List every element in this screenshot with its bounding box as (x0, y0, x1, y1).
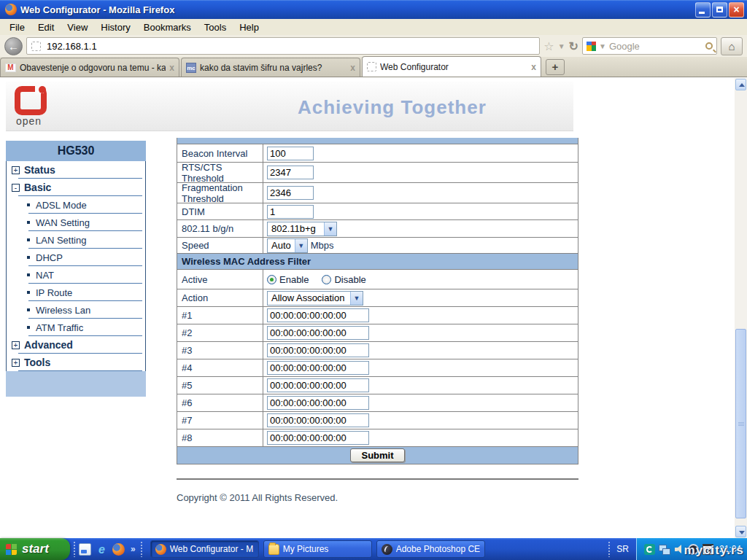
quick-launch-overflow-chevron[interactable]: » (131, 544, 136, 554)
tab-close-icon[interactable]: x (350, 63, 355, 73)
show-desktop-icon[interactable] (79, 543, 91, 556)
expand-icon[interactable]: + (12, 166, 20, 174)
wireless-mode-select[interactable]: 802.11b+g ▼ (267, 222, 337, 236)
beacon-interval-row: Beacon Interval (177, 144, 578, 162)
mac-address-input[interactable] (267, 396, 369, 410)
menu-help[interactable]: Help (233, 20, 266, 34)
tab-web-configurator[interactable]: Web Configuratorx (362, 56, 541, 77)
fragmentation-threshold-input[interactable] (267, 186, 314, 200)
mac-address-input[interactable] (267, 431, 369, 445)
sidebar-item-ip-route[interactable]: IP Route (7, 284, 145, 301)
sidebar-item-wireless-lan[interactable]: Wireless Lan (7, 301, 145, 319)
start-button[interactable]: start (0, 538, 70, 560)
search-bar[interactable]: ▼ Google (582, 37, 717, 55)
rts-threshold-input[interactable] (267, 166, 314, 179)
mac-entry-row-7: #7 (177, 411, 578, 429)
beacon-interval-input[interactable] (267, 147, 314, 160)
dtim-label: DTIM (177, 203, 263, 219)
mac-address-input[interactable] (267, 361, 369, 375)
address-bar[interactable]: 192.168.1.1 (26, 37, 540, 55)
tab-obavestenje-o-odgovoru-na-temu[interactable]: MObavestenje o odgovoru na temu - kako .… (0, 58, 179, 77)
scrollbar-thumb[interactable] (735, 329, 746, 518)
reload-icon[interactable]: ↻ (569, 39, 578, 53)
sidebar-item-wan-setting[interactable]: WAN Setting (7, 214, 145, 231)
volume-tray-icon[interactable] (673, 544, 684, 555)
bullet-icon (27, 203, 30, 206)
enable-radio[interactable] (267, 275, 276, 284)
speed-select[interactable]: Auto ▼ (267, 238, 308, 253)
favicon-placeholder-icon (31, 42, 41, 51)
mac-address-input[interactable] (267, 378, 369, 392)
search-input[interactable]: Google (609, 41, 703, 52)
sidebar-item-status[interactable]: +Status (7, 161, 145, 179)
settings-table: Beacon Interval RTS/CTS Threshold Fragme… (177, 138, 578, 464)
language-indicator[interactable]: SR (616, 544, 629, 554)
bullet-icon (27, 308, 30, 311)
tab-label: Web Configurator (380, 62, 527, 72)
menu-edit[interactable]: Edit (31, 20, 61, 34)
internet-explorer-icon[interactable]: e (96, 543, 108, 556)
media-app-tray-icon[interactable] (644, 544, 655, 555)
disable-radio-label[interactable]: Disable (334, 274, 365, 285)
mac-address-input[interactable] (267, 343, 369, 357)
firefox-quicklaunch-icon[interactable] (112, 543, 125, 556)
mac-entry-row-5: #5 (177, 376, 578, 394)
taskbar-button-my-pictures[interactable]: My Pictures (263, 540, 372, 558)
sidebar-item-advanced[interactable]: +Advanced (7, 336, 145, 354)
bookmark-dropdown-icon[interactable]: ▼ (558, 42, 565, 50)
mac-address-input[interactable] (267, 413, 369, 427)
mac-entry-row-3: #3 (177, 341, 578, 359)
sidebar-item-adsl-mode[interactable]: ADSL Mode (7, 196, 145, 214)
sidebar-item-lan-setting[interactable]: LAN Setting (7, 231, 145, 249)
collapse-icon[interactable]: - (12, 184, 20, 192)
mac-address-input[interactable] (267, 308, 369, 322)
sidebar-item-tools[interactable]: +Tools (7, 354, 145, 371)
search-icon[interactable] (705, 42, 713, 50)
minimize-button[interactable] (695, 2, 711, 18)
back-button[interactable]: ← (4, 37, 23, 55)
gmail-icon: M (5, 63, 16, 72)
new-tab-button[interactable]: + (546, 59, 565, 75)
mac-entry-label: #2 (177, 324, 263, 341)
dtim-input[interactable] (267, 205, 314, 219)
sidebar-link-label: ADSL Mode (36, 200, 87, 211)
url-text[interactable]: 192.168.1.1 (47, 41, 97, 52)
action-select[interactable]: Allow Association ▼ (267, 291, 363, 306)
menu-bookmarks[interactable]: Bookmarks (137, 20, 198, 34)
tab-close-icon[interactable]: x (169, 63, 174, 73)
scroll-down-button[interactable] (735, 526, 746, 537)
close-button[interactable]: × (729, 2, 744, 18)
taskbar-button-web-configurator-m[interactable]: Web Configurator - M... (150, 540, 259, 558)
sidebar-item-nat[interactable]: NAT (7, 266, 145, 284)
sidebar-item-dhcp[interactable]: DHCP (7, 249, 145, 266)
bullet-icon (27, 256, 30, 259)
restore-button[interactable] (712, 2, 727, 18)
system-tray: 13 21:04 mycity.rs (636, 538, 747, 560)
menu-history[interactable]: History (94, 20, 136, 34)
scroll-up-button[interactable] (735, 79, 746, 90)
tab-close-icon[interactable]: x (531, 62, 536, 72)
menu-tools[interactable]: Tools (198, 20, 233, 34)
submit-button[interactable]: Submit (350, 448, 404, 462)
sidebar-item-basic[interactable]: -Basic (7, 179, 145, 196)
speed-unit-label: Mbps (311, 240, 334, 251)
sidebar-item-atm-traffic[interactable]: ATM Traffic (7, 319, 145, 336)
tab-bar: MObavestenje o odgovoru na temu - kako .… (0, 57, 747, 77)
network-tray-icon[interactable] (659, 544, 670, 555)
menu-file[interactable]: File (3, 20, 31, 34)
home-button[interactable]: ⌂ (721, 37, 743, 55)
fragmentation-threshold-label: Fragmentation Threshold (177, 183, 263, 203)
watermark-text: mycity.rs (684, 543, 744, 558)
bookmark-star-icon[interactable]: ☆ (543, 39, 554, 53)
search-engine-dropdown-icon[interactable]: ▼ (599, 42, 606, 50)
mac-address-input[interactable] (267, 326, 369, 340)
menu-view[interactable]: View (61, 20, 94, 34)
expand-icon[interactable]: + (12, 359, 20, 367)
taskbar-button-adobe-photoshop-ce[interactable]: Adobe Photoshop CE (376, 540, 485, 558)
enable-radio-label[interactable]: Enable (279, 274, 309, 285)
disable-radio[interactable] (322, 275, 331, 284)
expand-icon[interactable]: + (12, 341, 20, 349)
mac-entry-row-4: #4 (177, 359, 578, 376)
vertical-scrollbar[interactable] (735, 78, 747, 538)
tab-kako-da-stavim-ifru-na-vajrles[interactable]: mckako da stavim šifru na vajrles?x (181, 58, 360, 77)
